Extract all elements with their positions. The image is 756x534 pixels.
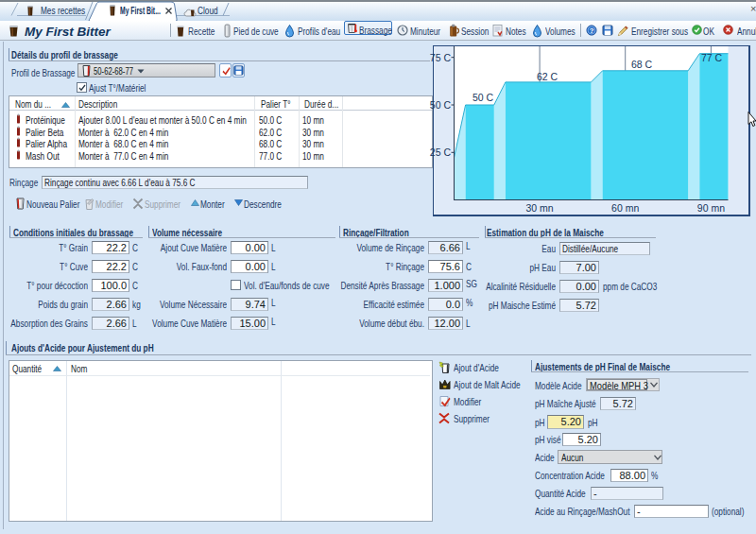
svg-text:50 C: 50 C bbox=[472, 92, 494, 103]
svg-text:50 C: 50 C bbox=[430, 99, 452, 111]
svg-text:62 C: 62 C bbox=[537, 71, 558, 82]
svg-text:75 C: 75 C bbox=[430, 52, 452, 63]
svg-text:25 C: 25 C bbox=[430, 146, 452, 158]
svg-text:?: ? bbox=[590, 26, 594, 35]
svg-text:30 mn: 30 mn bbox=[526, 202, 554, 214]
svg-text:90 mn: 90 mn bbox=[697, 202, 725, 214]
svg-text:68 C: 68 C bbox=[631, 59, 653, 70]
svg-text:77 C: 77 C bbox=[701, 52, 723, 63]
svg-text:60 mn: 60 mn bbox=[611, 202, 639, 214]
